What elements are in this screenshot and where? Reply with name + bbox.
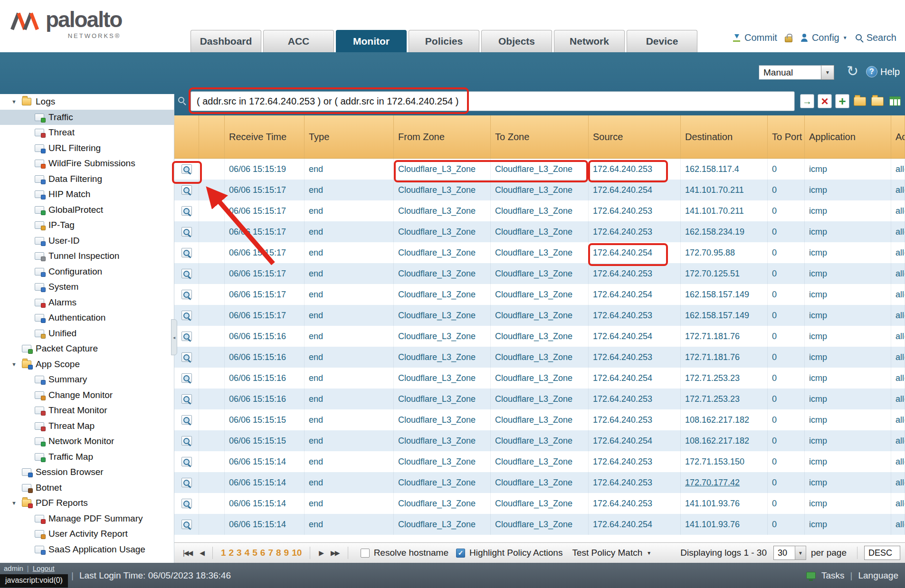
page-number-3[interactable]: 3 — [237, 548, 242, 558]
column-header-from-zone[interactable]: From Zone — [394, 115, 491, 158]
sidebar-item-botnet[interactable]: Botnet — [0, 480, 174, 496]
per-page-dropdown-button[interactable]: ▼ — [795, 546, 806, 560]
tab-device[interactable]: Device — [627, 30, 697, 52]
log-row[interactable]: 06/06 15:15:16endCloudflare_L3_ZoneCloud… — [174, 389, 905, 409]
sidebar-item-pdf-reports[interactable]: ▼PDF Reports — [0, 495, 174, 511]
log-row[interactable]: 06/06 15:15:17endCloudflare_L3_ZoneCloud… — [174, 200, 905, 221]
sidebar-item-globalprotect[interactable]: GlobalProtect — [0, 202, 174, 218]
sidebar-item-app-scope[interactable]: ▼App Scope — [0, 357, 174, 372]
tasks-button[interactable]: Tasks — [821, 570, 845, 581]
tab-policies[interactable]: Policies — [409, 30, 479, 52]
log-row[interactable]: 06/06 15:15:17endCloudflare_L3_ZoneCloud… — [174, 284, 905, 305]
sidebar-item-saas-application-usage[interactable]: SaaS Application Usage — [0, 542, 174, 558]
test-policy-match-button[interactable]: Test Policy Match ▼ — [572, 548, 651, 558]
sidebar-item-threat[interactable]: Threat — [0, 125, 174, 141]
log-detail-icon[interactable] — [181, 520, 192, 529]
log-detail-icon[interactable] — [181, 373, 192, 383]
sidebar-item-network-monitor[interactable]: Network Monitor — [0, 434, 174, 449]
log-row[interactable]: 06/06 15:15:17endCloudflare_L3_ZoneCloud… — [174, 263, 905, 284]
column-header-receive-time[interactable]: Receive Time — [225, 115, 305, 158]
page-number-4[interactable]: 4 — [245, 548, 250, 558]
log-detail-icon[interactable] — [181, 415, 192, 425]
tab-dashboard[interactable]: Dashboard — [191, 30, 261, 52]
log-detail-icon[interactable] — [181, 185, 192, 195]
log-detail-icon[interactable] — [181, 352, 192, 362]
column-header-to-zone[interactable]: To Zone — [491, 115, 589, 158]
log-detail-icon[interactable] — [181, 206, 192, 216]
help-button[interactable]: ? Help — [866, 66, 900, 77]
prev-page-button[interactable]: ◀ — [200, 549, 204, 557]
config-button[interactable]: Config ▼ — [800, 32, 848, 43]
resolve-hostname-checkbox[interactable] — [361, 549, 370, 558]
log-row[interactable]: 06/06 15:15:17endCloudflare_L3_ZoneCloud… — [174, 305, 905, 326]
log-detail-icon[interactable] — [181, 227, 192, 237]
column-header-type[interactable]: Type — [305, 115, 394, 158]
commit-button[interactable]: Commit — [733, 32, 777, 43]
sidebar-item-packet-capture[interactable]: Packet Capture — [0, 341, 174, 357]
tab-monitor[interactable]: Monitor — [336, 30, 407, 52]
column-header-application[interactable]: Application — [805, 115, 891, 158]
apply-filter-button[interactable]: → — [800, 94, 814, 108]
cell-value-destination[interactable]: 172.70.177.42 — [685, 478, 740, 488]
column-header-source[interactable]: Source — [589, 115, 681, 158]
language-button[interactable]: Language — [858, 570, 898, 581]
page-number-1[interactable]: 1 — [221, 548, 226, 558]
first-page-button[interactable]: |◀◀ — [183, 549, 192, 557]
expander-icon[interactable]: ▼ — [11, 99, 22, 104]
log-detail-icon[interactable] — [181, 457, 192, 466]
log-row[interactable]: 06/06 15:15:16endCloudflare_L3_ZoneCloud… — [174, 326, 905, 347]
per-page-select[interactable]: 30 ▼ — [773, 546, 806, 560]
sidebar-item-unified[interactable]: Unified — [0, 326, 174, 341]
page-number-7[interactable]: 7 — [268, 548, 273, 558]
logout-link[interactable]: Logout — [33, 564, 55, 572]
log-row[interactable]: 06/06 15:15:14endCloudflare_L3_ZoneCloud… — [174, 493, 905, 514]
log-detail-icon[interactable] — [181, 290, 192, 299]
page-number-10[interactable]: 10 — [292, 548, 302, 558]
log-row[interactable]: 06/06 15:15:14endCloudflare_L3_ZoneCloud… — [174, 451, 905, 472]
tab-acc[interactable]: ACC — [263, 30, 334, 52]
sidebar-item-change-monitor[interactable]: Change Monitor — [0, 388, 174, 403]
sidebar-item-tunnel-inspection[interactable]: Tunnel Inspection — [0, 248, 174, 264]
sidebar-item-logs[interactable]: ▼Logs — [0, 94, 174, 110]
log-row[interactable]: 06/06 15:15:16endCloudflare_L3_ZoneCloud… — [174, 368, 905, 389]
refresh-mode-dropdown-button[interactable]: ▼ — [821, 65, 834, 80]
log-detail-icon[interactable] — [181, 499, 192, 508]
column-header-destination[interactable]: Destination — [681, 115, 768, 158]
last-page-button[interactable]: ▶▶ — [331, 549, 339, 557]
log-filter-input[interactable] — [191, 91, 795, 111]
sidebar-item-wildfire-submissions[interactable]: WildFire Submissions — [0, 156, 174, 171]
page-number-8[interactable]: 8 — [276, 548, 281, 558]
page-number-2[interactable]: 2 — [229, 548, 234, 558]
sidebar-item-traffic[interactable]: Traffic — [0, 110, 174, 125]
sidebar-item-session-browser[interactable]: Session Browser — [0, 465, 174, 480]
log-detail-icon[interactable] — [181, 394, 192, 404]
sort-order-select[interactable]: DESC — [864, 546, 900, 560]
page-number-5[interactable]: 5 — [252, 548, 257, 558]
sidebar-item-hip-match[interactable]: HIP Match — [0, 187, 174, 202]
sidebar-item-manage-pdf-summary[interactable]: Manage PDF Summary — [0, 511, 174, 527]
highlight-policy-actions-checkbox[interactable]: ✓ — [456, 549, 465, 558]
sidebar-item-threat-monitor[interactable]: Threat Monitor — [0, 403, 174, 418]
page-number-6[interactable]: 6 — [260, 548, 266, 558]
sidebar-item-authentication[interactable]: Authentication — [0, 310, 174, 326]
sidebar-item-data-filtering[interactable]: Data Filtering — [0, 171, 174, 187]
sidebar-item-user-id[interactable]: User-ID — [0, 233, 174, 249]
column-header-action[interactable]: Action — [891, 115, 905, 158]
tab-objects[interactable]: Objects — [481, 30, 552, 52]
column-header-to-port[interactable]: To Port — [768, 115, 805, 158]
log-row[interactable]: 06/06 15:15:15endCloudflare_L3_ZoneCloud… — [174, 409, 905, 430]
sidebar-item-system[interactable]: System — [0, 279, 174, 295]
tab-network[interactable]: Network — [554, 30, 625, 52]
export-logs-button[interactable] — [888, 94, 902, 108]
add-filter-button[interactable]: + — [835, 94, 849, 108]
column-header-1[interactable] — [199, 115, 225, 158]
search-button[interactable]: Search — [855, 32, 896, 43]
page-number-9[interactable]: 9 — [284, 548, 289, 558]
sidebar-item-alarms[interactable]: Alarms — [0, 295, 174, 311]
log-row[interactable]: 06/06 15:15:19endCloudflare_L3_ZoneCloud… — [174, 159, 905, 180]
log-row[interactable]: 06/06 15:15:17endCloudflare_L3_ZoneCloud… — [174, 242, 905, 263]
next-page-button[interactable]: ▶ — [319, 549, 323, 557]
sidebar-item-summary[interactable]: Summary — [0, 372, 174, 388]
expander-icon[interactable]: ▼ — [11, 500, 22, 506]
log-detail-icon[interactable] — [181, 311, 192, 320]
